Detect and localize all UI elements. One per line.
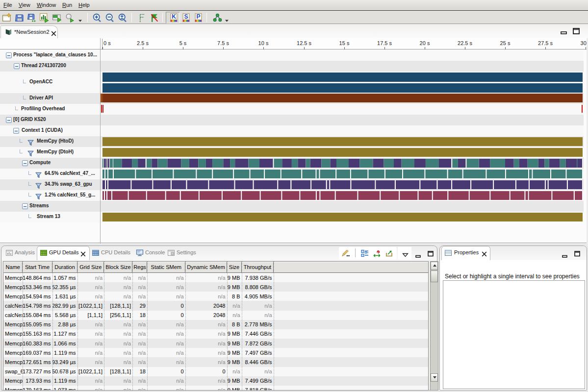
svg-text:S: S <box>184 13 188 20</box>
svg-text:K: K <box>172 13 176 20</box>
svg-text:P: P <box>196 13 200 20</box>
